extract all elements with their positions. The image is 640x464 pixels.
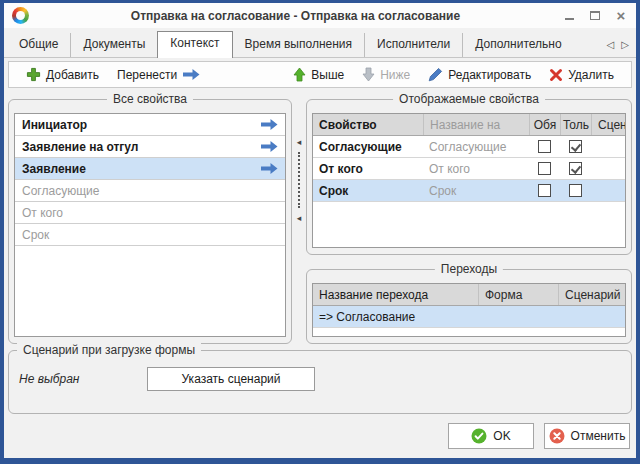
close-icon: × (617, 9, 626, 23)
tab-dokumenty[interactable]: Документы (70, 33, 157, 57)
list-item[interactable]: Заявление на отгул (15, 136, 285, 158)
delete-button-label: Удалить (568, 68, 614, 82)
cell-name: Срок (423, 184, 529, 198)
edit-pencil-icon (428, 67, 443, 82)
column-header-required[interactable]: Обя (529, 114, 560, 135)
displayed-properties-table: Свойство Название на Обя Толь Сцен Согла… (312, 113, 626, 248)
all-properties-title: Все свойства (107, 92, 193, 106)
tab-dopolnitelno[interactable]: Дополнительно (462, 33, 573, 57)
table-row[interactable]: => Согласование (313, 306, 625, 328)
ok-button-label: OK (493, 429, 510, 443)
all-properties-list: Инициатор Заявление на отгул Заявление С… (14, 113, 286, 337)
list-item[interactable]: От кого (15, 202, 285, 224)
list-item[interactable]: Инициатор (15, 114, 285, 136)
add-button-label: Добавить (46, 68, 99, 82)
context-tab-content: Все свойства Инициатор Заявление на отгу… (4, 91, 636, 344)
scenario-on-load-row: Не выбран Указать сценарий (19, 367, 621, 391)
readonly-checkbox[interactable] (569, 162, 582, 175)
list-item-label: Заявление (22, 162, 86, 176)
column-header-scenario[interactable]: Сцен (591, 114, 625, 135)
right-column: Отображаемые свойства Свойство Название … (306, 99, 632, 344)
app-logo-icon (12, 7, 29, 24)
minimize-button[interactable] (562, 9, 576, 23)
close-button[interactable]: × (614, 9, 628, 23)
move-right-arrow-icon[interactable] (260, 162, 278, 175)
move-right-arrow-icon[interactable] (260, 140, 278, 153)
tab-obshchie[interactable]: Общие (7, 33, 70, 57)
ok-button[interactable]: OK (448, 423, 534, 449)
edit-button-label: Редактировать (448, 68, 531, 82)
table-row[interactable]: Срок Срок (313, 180, 625, 202)
splitter-collapse-icon[interactable]: ◂ (297, 213, 302, 223)
transitions-title: Переходы (435, 262, 503, 276)
list-item[interactable]: Срок (15, 224, 285, 246)
dialog-window: Отправка на согласование - Отправка на с… (0, 0, 640, 464)
cell-name: От кого (423, 162, 529, 176)
move-up-button[interactable]: Выше (284, 65, 353, 84)
move-down-button[interactable]: Ниже (353, 65, 419, 84)
table-row[interactable]: Согласующие Согласующие (313, 136, 625, 158)
list-item[interactable]: Заявление (15, 158, 285, 180)
specify-scenario-button[interactable]: Указать сценарий (147, 367, 315, 391)
title-bar: Отправка на согласование - Отправка на с… (4, 3, 636, 28)
readonly-checkbox[interactable] (569, 140, 582, 153)
column-header-scenario[interactable]: Сценарий (558, 284, 625, 305)
transitions-group: Переходы Название перехода Форма Сценари… (306, 269, 632, 344)
edit-button[interactable]: Редактировать (419, 65, 540, 84)
list-item-label: Заявление на отгул (22, 140, 138, 154)
ok-check-icon (471, 428, 487, 444)
add-button[interactable]: Добавить (17, 65, 108, 84)
readonly-checkbox[interactable] (569, 184, 582, 197)
splitter-collapse-icon[interactable]: ◂ (297, 137, 302, 147)
delete-x-icon (549, 68, 563, 82)
column-header-name[interactable]: Название на (423, 114, 529, 135)
table-header-row: Свойство Название на Обя Толь Сцен (313, 114, 625, 136)
list-item[interactable]: Согласующие (15, 180, 285, 202)
dialog-footer: OK Отменить (4, 414, 636, 458)
tab-scroll-left-icon[interactable]: ◁ (607, 39, 615, 50)
tab-scroll-controls: ◁ ▷ (603, 39, 633, 57)
maximize-button[interactable] (588, 9, 602, 23)
required-checkbox[interactable] (538, 140, 551, 153)
table-header-row: Название перехода Форма Сценарий (313, 284, 625, 306)
move-right-arrow-icon[interactable] (260, 118, 278, 131)
window-controls: × (562, 9, 628, 23)
move-down-button-label: Ниже (380, 68, 410, 82)
required-checkbox[interactable] (538, 184, 551, 197)
transfer-button-label: Перенести (117, 68, 177, 82)
cancel-x-icon (549, 428, 565, 444)
delete-button[interactable]: Удалить (540, 66, 623, 84)
transfer-button[interactable]: Перенести (108, 66, 209, 84)
down-arrow-icon (362, 67, 375, 82)
column-header-property[interactable]: Свойство (313, 114, 423, 135)
cell-property: Срок (313, 184, 423, 198)
toolbar: Добавить Перенести Выше Ниже Редактирова… (8, 61, 632, 88)
list-item-label: Срок (22, 228, 49, 242)
scenario-status-text: Не выбран (19, 372, 147, 386)
required-checkbox[interactable] (538, 162, 551, 175)
cell-property: От кого (313, 162, 423, 176)
cancel-button-label: Отменить (571, 429, 626, 443)
transitions-table: Название перехода Форма Сценарий => Согл… (312, 283, 626, 337)
cancel-button[interactable]: Отменить (544, 423, 630, 449)
cell-transition-name: => Согласование (313, 310, 478, 324)
displayed-properties-group: Отображаемые свойства Свойство Название … (306, 99, 632, 255)
list-item-label: Согласующие (22, 184, 99, 198)
all-properties-group: Все свойства Инициатор Заявление на отгу… (8, 99, 292, 344)
cell-property: Согласующие (313, 140, 423, 154)
transfer-right-arrow-icon (182, 68, 200, 81)
window-title: Отправка на согласование - Отправка на с… (29, 9, 562, 23)
maximize-icon (590, 11, 600, 20)
tab-kontekst[interactable]: Контекст (157, 31, 232, 58)
column-header-transition-name[interactable]: Название перехода (313, 284, 478, 305)
panel-splitter[interactable]: ◂ ◂ (292, 91, 306, 344)
add-icon (26, 67, 41, 82)
column-header-readonly[interactable]: Толь (560, 114, 591, 135)
tab-ispolniteli[interactable]: Исполнители (364, 33, 462, 57)
column-header-form[interactable]: Форма (478, 284, 558, 305)
tab-scroll-right-icon[interactable]: ▷ (621, 39, 629, 50)
table-row[interactable]: От кого От кого (313, 158, 625, 180)
tab-vremya-vypolneniya[interactable]: Время выполнения (233, 33, 364, 57)
list-item-label: Инициатор (22, 118, 87, 132)
splitter-grip[interactable] (298, 152, 300, 208)
